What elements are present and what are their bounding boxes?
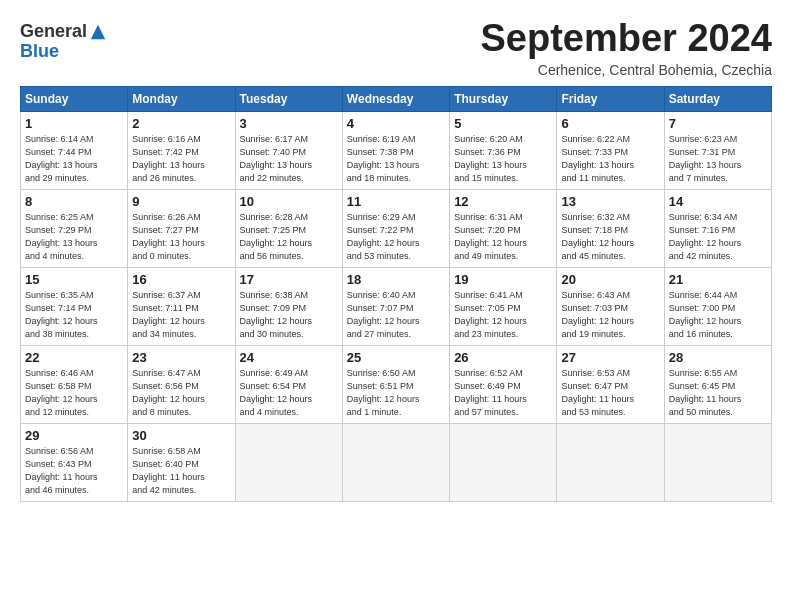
table-row: 27Sunrise: 6:53 AMSunset: 6:47 PMDayligh…	[557, 345, 664, 423]
day-detail: Sunrise: 6:55 AMSunset: 6:45 PMDaylight:…	[669, 367, 767, 419]
col-sunday: Sunday	[21, 86, 128, 111]
table-row: 24Sunrise: 6:49 AMSunset: 6:54 PMDayligh…	[235, 345, 342, 423]
col-tuesday: Tuesday	[235, 86, 342, 111]
day-number: 13	[561, 194, 659, 209]
table-row: 1Sunrise: 6:14 AMSunset: 7:44 PMDaylight…	[21, 111, 128, 189]
day-detail: Sunrise: 6:53 AMSunset: 6:47 PMDaylight:…	[561, 367, 659, 419]
table-row: 8Sunrise: 6:25 AMSunset: 7:29 PMDaylight…	[21, 189, 128, 267]
table-row: 14Sunrise: 6:34 AMSunset: 7:16 PMDayligh…	[664, 189, 771, 267]
day-detail: Sunrise: 6:34 AMSunset: 7:16 PMDaylight:…	[669, 211, 767, 263]
day-number: 18	[347, 272, 445, 287]
day-detail: Sunrise: 6:41 AMSunset: 7:05 PMDaylight:…	[454, 289, 552, 341]
col-monday: Monday	[128, 86, 235, 111]
day-number: 17	[240, 272, 338, 287]
day-detail: Sunrise: 6:37 AMSunset: 7:11 PMDaylight:…	[132, 289, 230, 341]
day-detail: Sunrise: 6:35 AMSunset: 7:14 PMDaylight:…	[25, 289, 123, 341]
day-detail: Sunrise: 6:26 AMSunset: 7:27 PMDaylight:…	[132, 211, 230, 263]
day-number: 9	[132, 194, 230, 209]
day-number: 20	[561, 272, 659, 287]
svg-marker-0	[91, 25, 105, 39]
day-detail: Sunrise: 6:32 AMSunset: 7:18 PMDaylight:…	[561, 211, 659, 263]
col-friday: Friday	[557, 86, 664, 111]
table-row: 13Sunrise: 6:32 AMSunset: 7:18 PMDayligh…	[557, 189, 664, 267]
table-row: 26Sunrise: 6:52 AMSunset: 6:49 PMDayligh…	[450, 345, 557, 423]
day-detail: Sunrise: 6:56 AMSunset: 6:43 PMDaylight:…	[25, 445, 123, 497]
month-title: September 2024	[481, 18, 773, 60]
col-wednesday: Wednesday	[342, 86, 449, 111]
table-row: 20Sunrise: 6:43 AMSunset: 7:03 PMDayligh…	[557, 267, 664, 345]
page: General Blue September 2024 Cerhenice, C…	[0, 0, 792, 512]
table-row	[450, 423, 557, 501]
table-row: 18Sunrise: 6:40 AMSunset: 7:07 PMDayligh…	[342, 267, 449, 345]
title-block: September 2024 Cerhenice, Central Bohemi…	[481, 18, 773, 78]
table-row: 7Sunrise: 6:23 AMSunset: 7:31 PMDaylight…	[664, 111, 771, 189]
table-row: 25Sunrise: 6:50 AMSunset: 6:51 PMDayligh…	[342, 345, 449, 423]
day-detail: Sunrise: 6:28 AMSunset: 7:25 PMDaylight:…	[240, 211, 338, 263]
day-number: 8	[25, 194, 123, 209]
col-saturday: Saturday	[664, 86, 771, 111]
table-row: 30Sunrise: 6:58 AMSunset: 6:40 PMDayligh…	[128, 423, 235, 501]
table-row: 16Sunrise: 6:37 AMSunset: 7:11 PMDayligh…	[128, 267, 235, 345]
header-row: Sunday Monday Tuesday Wednesday Thursday…	[21, 86, 772, 111]
logo: General Blue	[20, 22, 111, 62]
day-detail: Sunrise: 6:52 AMSunset: 6:49 PMDaylight:…	[454, 367, 552, 419]
table-row: 17Sunrise: 6:38 AMSunset: 7:09 PMDayligh…	[235, 267, 342, 345]
table-row: 11Sunrise: 6:29 AMSunset: 7:22 PMDayligh…	[342, 189, 449, 267]
table-row: 5Sunrise: 6:20 AMSunset: 7:36 PMDaylight…	[450, 111, 557, 189]
logo-icon	[89, 23, 107, 41]
day-number: 7	[669, 116, 767, 131]
table-row: 23Sunrise: 6:47 AMSunset: 6:56 PMDayligh…	[128, 345, 235, 423]
table-row: 19Sunrise: 6:41 AMSunset: 7:05 PMDayligh…	[450, 267, 557, 345]
day-number: 29	[25, 428, 123, 443]
day-detail: Sunrise: 6:17 AMSunset: 7:40 PMDaylight:…	[240, 133, 338, 185]
day-number: 25	[347, 350, 445, 365]
day-number: 12	[454, 194, 552, 209]
day-number: 28	[669, 350, 767, 365]
day-detail: Sunrise: 6:58 AMSunset: 6:40 PMDaylight:…	[132, 445, 230, 497]
day-detail: Sunrise: 6:44 AMSunset: 7:00 PMDaylight:…	[669, 289, 767, 341]
day-detail: Sunrise: 6:19 AMSunset: 7:38 PMDaylight:…	[347, 133, 445, 185]
day-number: 30	[132, 428, 230, 443]
table-row: 10Sunrise: 6:28 AMSunset: 7:25 PMDayligh…	[235, 189, 342, 267]
day-number: 23	[132, 350, 230, 365]
day-number: 15	[25, 272, 123, 287]
day-number: 1	[25, 116, 123, 131]
day-number: 3	[240, 116, 338, 131]
table-row: 3Sunrise: 6:17 AMSunset: 7:40 PMDaylight…	[235, 111, 342, 189]
day-number: 14	[669, 194, 767, 209]
table-row	[664, 423, 771, 501]
table-row: 4Sunrise: 6:19 AMSunset: 7:38 PMDaylight…	[342, 111, 449, 189]
day-detail: Sunrise: 6:43 AMSunset: 7:03 PMDaylight:…	[561, 289, 659, 341]
day-detail: Sunrise: 6:49 AMSunset: 6:54 PMDaylight:…	[240, 367, 338, 419]
table-row: 6Sunrise: 6:22 AMSunset: 7:33 PMDaylight…	[557, 111, 664, 189]
day-number: 27	[561, 350, 659, 365]
location: Cerhenice, Central Bohemia, Czechia	[481, 62, 773, 78]
day-number: 5	[454, 116, 552, 131]
day-number: 10	[240, 194, 338, 209]
day-detail: Sunrise: 6:23 AMSunset: 7:31 PMDaylight:…	[669, 133, 767, 185]
day-detail: Sunrise: 6:29 AMSunset: 7:22 PMDaylight:…	[347, 211, 445, 263]
day-detail: Sunrise: 6:14 AMSunset: 7:44 PMDaylight:…	[25, 133, 123, 185]
header: General Blue September 2024 Cerhenice, C…	[20, 18, 772, 78]
table-row: 15Sunrise: 6:35 AMSunset: 7:14 PMDayligh…	[21, 267, 128, 345]
table-row: 29Sunrise: 6:56 AMSunset: 6:43 PMDayligh…	[21, 423, 128, 501]
table-row: 2Sunrise: 6:16 AMSunset: 7:42 PMDaylight…	[128, 111, 235, 189]
logo-blue: Blue	[20, 42, 59, 62]
day-number: 6	[561, 116, 659, 131]
day-detail: Sunrise: 6:38 AMSunset: 7:09 PMDaylight:…	[240, 289, 338, 341]
day-detail: Sunrise: 6:31 AMSunset: 7:20 PMDaylight:…	[454, 211, 552, 263]
day-detail: Sunrise: 6:25 AMSunset: 7:29 PMDaylight:…	[25, 211, 123, 263]
table-row: 12Sunrise: 6:31 AMSunset: 7:20 PMDayligh…	[450, 189, 557, 267]
day-number: 4	[347, 116, 445, 131]
day-detail: Sunrise: 6:22 AMSunset: 7:33 PMDaylight:…	[561, 133, 659, 185]
table-row: 9Sunrise: 6:26 AMSunset: 7:27 PMDaylight…	[128, 189, 235, 267]
day-detail: Sunrise: 6:50 AMSunset: 6:51 PMDaylight:…	[347, 367, 445, 419]
table-row	[235, 423, 342, 501]
day-number: 24	[240, 350, 338, 365]
day-number: 21	[669, 272, 767, 287]
day-number: 22	[25, 350, 123, 365]
table-row: 28Sunrise: 6:55 AMSunset: 6:45 PMDayligh…	[664, 345, 771, 423]
table-row	[557, 423, 664, 501]
table-row	[342, 423, 449, 501]
day-detail: Sunrise: 6:46 AMSunset: 6:58 PMDaylight:…	[25, 367, 123, 419]
